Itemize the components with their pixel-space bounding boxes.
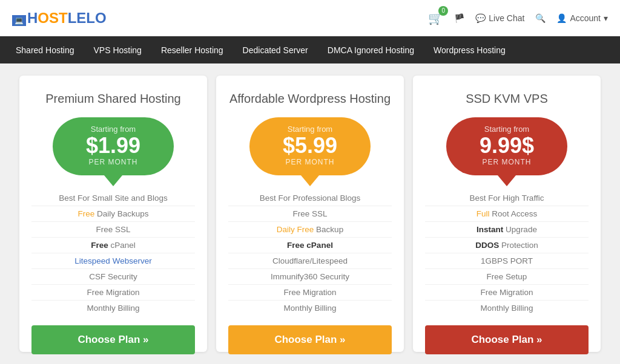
logo[interactable]: 💻HOSTLELO — [12, 10, 107, 27]
shared-hosting-card: Premium Shared Hosting Starting from $1.… — [19, 76, 207, 352]
wordpress-choose-plan-button[interactable]: Choose Plan » — [228, 325, 392, 354]
wp-starting-from: Starting from — [268, 125, 352, 134]
feature-item: Free cPanel — [228, 238, 392, 253]
chat-icon: 💬 — [475, 13, 486, 23]
vps-title: SSD KVM VPS — [466, 91, 548, 106]
feature-item: Free Daily Backups — [31, 206, 195, 222]
logo-icon: 💻 — [12, 15, 26, 26]
flag-icon-container[interactable]: 🏴 — [454, 13, 464, 23]
feature-item: Daily Free Backup — [228, 222, 392, 238]
vps-card: SSD KVM VPS Starting from 9.99$ PER MONT… — [413, 76, 601, 352]
nav-item-reseller-hosting[interactable]: Reseller Hosting — [151, 36, 233, 63]
feature-item: Free SSL — [31, 222, 195, 238]
wordpress-hosting-card: Affordable Wordpress Hosting Starting fr… — [216, 76, 404, 352]
nav-item-wordpress-hosting[interactable]: Wordpress Hosting — [424, 36, 515, 63]
feature-item: Free Migration — [425, 285, 589, 301]
instant-label: Instant — [477, 225, 503, 234]
vps-price: 9.99$ — [464, 135, 549, 157]
free-label: Free — [91, 241, 108, 250]
litespeed-label: Litespeed Webserver — [74, 256, 151, 265]
shared-price: $1.99 — [71, 135, 156, 157]
feature-item: CSF Security — [31, 269, 195, 285]
wordpress-hosting-title: Affordable Wordpress Hosting — [229, 91, 391, 106]
nav-item-dmca-hosting[interactable]: DMCA Ignored Hosting — [318, 36, 424, 63]
account-button[interactable]: 👤 Account ▾ — [556, 13, 608, 23]
daily-free-label: Daily Free — [277, 225, 314, 234]
feature-item: Monthly Billing — [228, 301, 392, 316]
wp-price: $5.99 — [268, 135, 352, 157]
vps-period: PER MONTH — [464, 158, 549, 166]
feature-item: Free Migration — [31, 285, 195, 301]
free-label: Free — [78, 209, 94, 218]
live-chat-label: Live Chat — [489, 13, 524, 23]
free-cpanel-label: Free cPanel — [287, 241, 333, 250]
feature-item: 1GBPS PORT — [425, 253, 589, 269]
search-button[interactable]: 🔍 — [535, 13, 546, 23]
vps-choose-plan-button[interactable]: Choose Plan » — [425, 325, 589, 354]
vps-price-bubble: Starting from 9.99$ PER MONTH — [446, 117, 567, 175]
vps-starting-from: Starting from — [464, 125, 549, 134]
wordpress-price-bubble: Starting from $5.99 PER MONTH — [249, 117, 371, 175]
feature-item: Best For High Traffic — [425, 190, 589, 206]
main-nav: Shared Hosting VPS Hosting Reseller Host… — [0, 36, 620, 63]
shared-starting-from: Starting from — [71, 125, 156, 134]
ddos-label: DDOS — [475, 241, 499, 250]
shared-choose-plan-button[interactable]: Choose Plan » — [31, 325, 195, 354]
feature-item: Monthly Billing — [425, 301, 589, 316]
cart-count: 0 — [438, 6, 448, 16]
wordpress-features-list: Best For Professional Blogs Free SSL Dai… — [228, 190, 392, 316]
shared-period: PER MONTH — [71, 158, 156, 166]
feature-item: DDOS Protection — [425, 238, 589, 253]
nav-item-shared-hosting[interactable]: Shared Hosting — [6, 36, 84, 63]
feature-item: Cloudflare/Litespeed — [228, 253, 392, 269]
feature-item: Free Setup — [425, 269, 589, 285]
feature-item: Best For Professional Blogs — [228, 190, 392, 206]
shared-hosting-title: Premium Shared Hosting — [45, 91, 180, 106]
live-chat-button[interactable]: 💬 Live Chat — [475, 13, 524, 23]
feature-item: Full Root Access — [425, 206, 589, 222]
search-icon: 🔍 — [535, 13, 546, 23]
shared-features-list: Best For Small Site and Blogs Free Daily… — [31, 190, 195, 316]
nav-item-vps-hosting[interactable]: VPS Hosting — [84, 36, 151, 63]
feature-item: Litespeed Webserver — [31, 253, 195, 269]
feature-item: Free Migration — [228, 285, 392, 301]
vps-features-list: Best For High Traffic Full Root Access I… — [425, 190, 589, 316]
shared-hosting-price-bubble: Starting from $1.99 PER MONTH — [53, 117, 174, 175]
full-label: Full — [477, 209, 490, 218]
feature-item: Instant Upgrade — [425, 222, 589, 238]
account-label: Account — [570, 13, 601, 23]
feature-item: Best For Small Site and Blogs — [31, 190, 195, 206]
chevron-down-icon: ▾ — [604, 13, 608, 23]
flag-icon: 🏴 — [454, 13, 464, 23]
header: 💻HOSTLELO 🛒 0 🏴 💬 Live Chat 🔍 👤 Account … — [0, 0, 620, 36]
feature-item: Monthly Billing — [31, 301, 195, 316]
feature-item: Free cPanel — [31, 238, 195, 253]
header-right: 🛒 0 🏴 💬 Live Chat 🔍 👤 Account ▾ — [428, 11, 608, 25]
feature-item: Immunify360 Security — [228, 269, 392, 285]
user-icon: 👤 — [556, 13, 567, 23]
wp-period: PER MONTH — [268, 158, 352, 166]
cart-badge-container[interactable]: 🛒 0 — [428, 11, 443, 25]
main-content: Premium Shared Hosting Starting from $1.… — [0, 63, 620, 364]
nav-item-dedicated-server[interactable]: Dedicated Server — [233, 36, 318, 63]
feature-item: Free SSL — [228, 206, 392, 222]
